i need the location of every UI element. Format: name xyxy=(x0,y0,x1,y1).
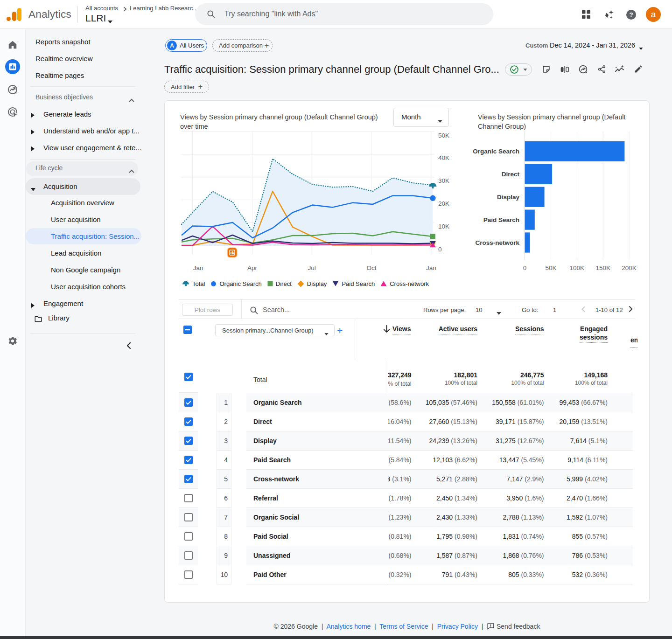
svg-text:Jan: Jan xyxy=(426,264,436,271)
svg-text:Jul: Jul xyxy=(308,264,316,271)
svg-text:Cross-network: Cross-network xyxy=(475,239,519,246)
svg-text:Apr: Apr xyxy=(247,264,258,271)
svg-text:Organic Search: Organic Search xyxy=(473,148,519,155)
svg-text:?: ? xyxy=(629,11,633,18)
svg-text:Direct: Direct xyxy=(502,171,520,178)
svg-text:30K: 30K xyxy=(438,177,449,184)
svg-text:Display: Display xyxy=(497,194,520,201)
svg-text:0: 0 xyxy=(523,264,527,271)
svg-text:200K: 200K xyxy=(622,264,637,271)
svg-text:10K: 10K xyxy=(438,223,449,230)
svg-text:Paid Search: Paid Search xyxy=(483,216,519,223)
svg-text:20K: 20K xyxy=(438,200,449,207)
svg-text:40K: 40K xyxy=(438,154,449,161)
svg-text:0: 0 xyxy=(438,246,442,253)
svg-text:Jan: Jan xyxy=(193,264,203,271)
svg-text:150K: 150K xyxy=(595,264,610,271)
svg-text:100K: 100K xyxy=(570,264,585,271)
svg-text:50K: 50K xyxy=(438,132,449,139)
svg-text:Oct: Oct xyxy=(366,264,376,271)
svg-text:50K: 50K xyxy=(545,264,556,271)
